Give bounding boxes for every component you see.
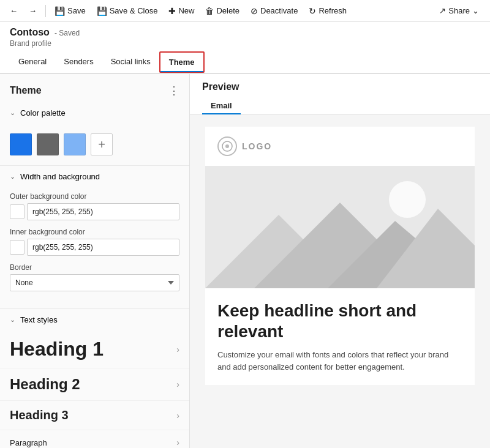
color-swatch-gray[interactable]: [37, 133, 59, 155]
deactivate-icon: ⊘: [251, 6, 258, 16]
tab-general[interactable]: General: [10, 51, 55, 73]
title-area: Contoso - Saved Brand profile General Se…: [0, 22, 490, 73]
chevron-down-icon-3: ⌄: [10, 316, 15, 324]
color-palette-content: +: [0, 124, 189, 165]
toolbar-right: ↗ Share ⌄: [433, 4, 485, 18]
chevron-down-icon: ⌄: [10, 109, 15, 117]
email-logo-row: LOGO: [205, 127, 475, 166]
text-styles-content: Heading 1 › Heading 2 › Heading 3 › Para…: [0, 330, 189, 448]
inner-bg-row: [10, 239, 179, 256]
inner-bg-input[interactable]: [27, 239, 179, 256]
deactivate-button[interactable]: ⊘ Deactivate: [246, 4, 303, 18]
heading1-chevron-icon: ›: [176, 345, 179, 354]
left-panel: Theme ⋮ ⌄ Color palette + ⌄ Width: [0, 74, 190, 448]
width-background-section: ⌄ Width and background Outer background …: [0, 166, 189, 309]
forward-button[interactable]: →: [24, 4, 42, 18]
back-icon: ←: [10, 6, 18, 15]
preview-tab-email[interactable]: Email: [202, 97, 241, 114]
paragraph-label: Paragraph: [10, 438, 47, 447]
outer-bg-row: [10, 203, 179, 220]
svg-point-1: [225, 144, 229, 148]
paragraph-chevron-icon: ›: [176, 438, 179, 447]
text-styles-section: ⌄ Text styles Heading 1 › Heading 2 › He…: [0, 309, 189, 448]
width-background-content: Outer background color Inner background …: [0, 187, 189, 308]
back-button[interactable]: ←: [5, 4, 23, 18]
save-close-icon: 💾: [97, 6, 107, 16]
forward-icon: →: [29, 6, 37, 15]
refresh-button[interactable]: ↻ Refresh: [304, 4, 352, 18]
preview-title: Preview: [202, 81, 478, 92]
hero-image: [205, 166, 475, 288]
new-icon: ✚: [168, 6, 176, 16]
heading3-item[interactable]: Heading 3 ›: [0, 401, 189, 430]
new-button[interactable]: ✚ New: [164, 4, 199, 18]
width-background-label: Width and background: [20, 172, 100, 181]
tab-senders[interactable]: Senders: [55, 51, 102, 73]
outer-bg-input[interactable]: [27, 203, 179, 220]
panel-header: Theme ⋮: [0, 74, 189, 102]
chevron-down-icon-2: ⌄: [10, 173, 15, 181]
separator-1: [45, 5, 46, 17]
heading1-item[interactable]: Heading 1 ›: [0, 330, 189, 368]
logo-icon: [217, 136, 237, 156]
right-panel: Preview Email LOGO: [190, 74, 490, 448]
inner-bg-field: Inner background color: [10, 228, 179, 256]
text-styles-label: Text styles: [20, 315, 58, 324]
delete-button[interactable]: 🗑 Delete: [200, 4, 244, 18]
delete-icon: 🗑: [205, 6, 214, 16]
logo-text: LOGO: [242, 141, 272, 151]
email-headline: Keep headline short and relevant: [217, 301, 462, 342]
add-color-button[interactable]: +: [91, 133, 113, 155]
width-background-header[interactable]: ⌄ Width and background: [0, 166, 189, 187]
color-swatches: +: [10, 133, 179, 155]
inner-bg-label: Inner background color: [10, 228, 179, 236]
border-field: Border None Thin Medium Thick: [10, 263, 179, 291]
heading3-chevron-icon: ›: [176, 411, 179, 420]
color-palette-header[interactable]: ⌄ Color palette: [0, 102, 189, 124]
paragraph-item[interactable]: Paragraph ›: [0, 430, 189, 448]
app-name: Contoso: [10, 27, 50, 38]
border-label: Border: [10, 263, 179, 272]
color-palette-section: ⌄ Color palette +: [0, 102, 189, 166]
share-icon: ↗: [439, 6, 446, 15]
tabs: General Senders Social links Theme: [10, 51, 480, 73]
main-content: Theme ⋮ ⌄ Color palette + ⌄ Width: [0, 73, 490, 448]
heading1-label: Heading 1: [10, 338, 104, 360]
preview-tabs: Email: [202, 97, 478, 114]
refresh-icon: ↻: [309, 6, 316, 16]
outer-bg-color-preview[interactable]: [10, 204, 24, 219]
color-swatch-blue[interactable]: [10, 133, 32, 155]
border-select[interactable]: None Thin Medium Thick: [10, 274, 179, 291]
color-palette-label: Color palette: [20, 108, 66, 118]
email-body-text: Customize your email with fonts and colo…: [217, 349, 462, 373]
save-close-button[interactable]: 💾 Save & Close: [92, 4, 163, 18]
email-preview: LOGO: [205, 127, 475, 385]
email-body: Keep headline short and relevant Customi…: [205, 288, 475, 385]
share-chevron-icon: ⌄: [472, 6, 479, 15]
outer-bg-label: Outer background color: [10, 192, 179, 201]
save-button[interactable]: 💾 Save: [50, 4, 91, 18]
toolbar: ← → 💾 Save 💾 Save & Close ✚ New 🗑 Delete…: [0, 0, 490, 22]
heading2-chevron-icon: ›: [176, 379, 179, 389]
heading2-label: Heading 2: [10, 376, 80, 393]
tab-social-links[interactable]: Social links: [102, 51, 159, 73]
outer-bg-field: Outer background color: [10, 192, 179, 220]
svg-point-3: [389, 181, 426, 218]
share-button[interactable]: ↗ Share ⌄: [433, 4, 485, 18]
heading3-label: Heading 3: [10, 408, 69, 422]
panel-title: Theme: [10, 85, 42, 96]
color-swatch-light-blue[interactable]: [64, 133, 86, 155]
save-icon: 💾: [55, 6, 65, 16]
preview-header: Preview Email: [190, 74, 490, 114]
saved-status: - Saved: [55, 29, 80, 37]
preview-body: LOGO: [190, 114, 490, 397]
heading2-item[interactable]: Heading 2 ›: [0, 368, 189, 401]
text-styles-header[interactable]: ⌄ Text styles: [0, 309, 189, 330]
panel-more-button[interactable]: ⋮: [168, 84, 179, 97]
tab-theme[interactable]: Theme: [159, 51, 205, 73]
inner-bg-color-preview[interactable]: [10, 240, 24, 255]
record-type: Brand profile: [10, 39, 480, 48]
